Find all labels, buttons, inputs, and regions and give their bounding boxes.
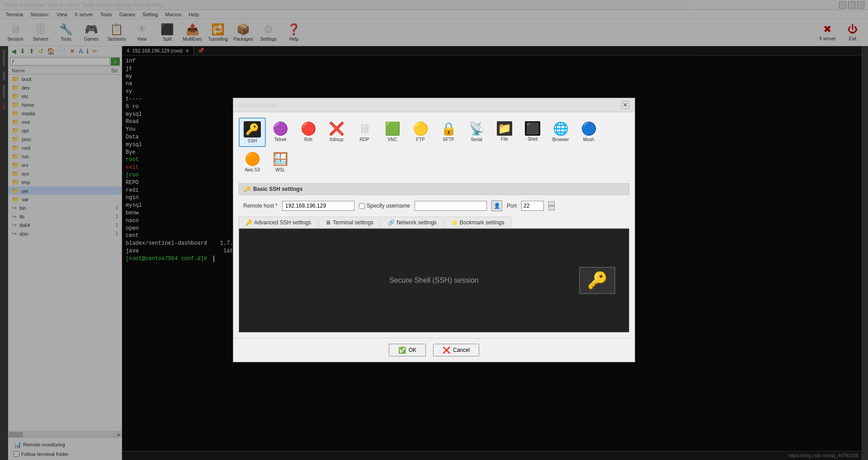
protocol-rdp[interactable]: 🖥 RDP bbox=[351, 118, 378, 147]
username-input[interactable] bbox=[415, 201, 487, 211]
xdmcp-icon: ❌ bbox=[329, 121, 344, 136]
file-label: File bbox=[501, 137, 508, 142]
protocol-wsl[interactable]: 🪟 WSL bbox=[267, 148, 294, 176]
terminal-settings-icon: 🖥 bbox=[326, 219, 331, 226]
file-proto-icon: 📁 bbox=[497, 121, 512, 136]
modal-title: Session settings bbox=[239, 102, 278, 108]
advanced-ssh-label: Advanced SSH settings bbox=[254, 219, 311, 226]
shell-proto-icon: ⬛ bbox=[525, 121, 540, 136]
specify-username-label: Specify username bbox=[367, 203, 410, 209]
remote-host-input[interactable] bbox=[282, 201, 354, 211]
user-avatar-btn[interactable]: 👤 bbox=[491, 200, 502, 211]
protocol-awss3[interactable]: 🟠 Aws S3 bbox=[239, 148, 266, 176]
rdp-icon: 🖥 bbox=[358, 121, 371, 136]
basic-ssh-section: 🔑 Basic SSH settings bbox=[239, 183, 629, 195]
modal-title-bar: Session settings ✕ bbox=[233, 98, 635, 112]
ssh-key-image: 🔑 bbox=[579, 267, 615, 294]
ftp-icon: 🟡 bbox=[413, 121, 429, 136]
bookmark-settings-icon: ⭐ bbox=[451, 219, 458, 226]
protocol-sftp[interactable]: 🔒 SFTP bbox=[435, 118, 462, 147]
modal-overlay: Session settings ✕ 🔑 SSH 🟣 Telnet 🔴 Rsh bbox=[0, 0, 868, 460]
tab-terminal-settings[interactable]: 🖥 Terminal settings bbox=[319, 217, 380, 228]
awss3-icon: 🟠 bbox=[245, 152, 260, 166]
mosh-icon: 🔵 bbox=[581, 121, 597, 136]
cancel-button[interactable]: ❌ Cancel bbox=[433, 344, 479, 356]
serial-label: Serial bbox=[471, 137, 482, 142]
xdmcp-label: Xdmcp bbox=[329, 137, 343, 142]
protocol-xdmcp[interactable]: ❌ Xdmcp bbox=[323, 118, 350, 147]
ssh-label: SSH bbox=[248, 138, 257, 143]
section-title: Basic SSH settings bbox=[253, 186, 302, 192]
ssh-form-row: Remote host * Specify username 👤 Port ▲ … bbox=[239, 200, 629, 211]
ssh-protocol-icon: 🔑 bbox=[244, 121, 261, 138]
ok-button[interactable]: ✅ OK bbox=[389, 344, 426, 356]
protocol-vnc[interactable]: 🟩 VNC bbox=[379, 118, 406, 147]
bookmark-settings-label: Bookmark settings bbox=[460, 219, 505, 226]
protocol-serial[interactable]: 📡 Serial bbox=[463, 118, 490, 147]
sftp-icon: 🔒 bbox=[441, 121, 457, 136]
telnet-icon: 🟣 bbox=[273, 121, 288, 136]
tab-network-settings[interactable]: 🔗 Network settings bbox=[381, 217, 443, 228]
rsh-label: Rsh bbox=[304, 137, 312, 142]
telnet-label: Telnet bbox=[274, 137, 287, 142]
shell-label: Shell bbox=[528, 137, 538, 142]
cancel-icon: ❌ bbox=[443, 346, 450, 354]
protocol-telnet[interactable]: 🟣 Telnet bbox=[267, 118, 294, 147]
port-down-btn[interactable]: ▼ bbox=[548, 206, 555, 210]
wsl-label: WSL bbox=[275, 167, 285, 172]
key-icon: 🔑 bbox=[587, 271, 608, 290]
ssh-preview-text: Secure Shell (SSH) session bbox=[389, 276, 478, 285]
awss3-label: Aws S3 bbox=[245, 167, 260, 172]
protocol-mosh[interactable]: 🔵 Mosh bbox=[575, 118, 602, 147]
port-label: Port bbox=[507, 203, 517, 209]
protocol-ssh[interactable]: 🔑 SSH bbox=[239, 118, 266, 147]
ok-icon: ✅ bbox=[398, 346, 406, 354]
section-ssh-icon: 🔑 bbox=[244, 186, 250, 192]
modal-body: 🔑 SSH 🟣 Telnet 🔴 Rsh ❌ Xdmcp 🖥 RDP bbox=[233, 112, 635, 338]
sub-tabs: 🔑 Advanced SSH settings 🖥 Terminal setti… bbox=[239, 217, 629, 228]
sftp-label: SFTP bbox=[443, 137, 454, 142]
protocol-rsh[interactable]: 🔴 Rsh bbox=[295, 118, 322, 147]
advanced-ssh-icon: 🔑 bbox=[245, 219, 252, 226]
vnc-icon: 🟩 bbox=[385, 121, 401, 136]
terminal-settings-label: Terminal settings bbox=[333, 219, 373, 226]
protocol-file[interactable]: 📁 File bbox=[491, 118, 518, 147]
network-settings-label: Network settings bbox=[396, 219, 437, 226]
port-input[interactable] bbox=[521, 201, 544, 211]
wsl-icon: 🪟 bbox=[273, 152, 288, 166]
protocol-ftp[interactable]: 🟡 FTP bbox=[407, 118, 434, 147]
browser-label: Browser bbox=[552, 137, 569, 142]
specify-username-input[interactable] bbox=[359, 203, 365, 209]
port-up-btn[interactable]: ▲ bbox=[548, 201, 555, 206]
remote-host-label: Remote host * bbox=[243, 203, 278, 209]
tab-advanced-ssh[interactable]: 🔑 Advanced SSH settings bbox=[239, 217, 318, 228]
rsh-icon: 🔴 bbox=[301, 121, 316, 136]
browser-icon: 🌐 bbox=[553, 121, 569, 136]
rdp-label: RDP bbox=[359, 137, 369, 142]
tab-bookmark-settings[interactable]: ⭐ Bookmark settings bbox=[444, 217, 511, 228]
specify-username-checkbox[interactable]: Specify username bbox=[359, 203, 410, 209]
ok-label: OK bbox=[409, 347, 416, 353]
network-settings-icon: 🔗 bbox=[388, 219, 395, 226]
mosh-label: Mosh bbox=[583, 137, 594, 142]
modal-close-btn[interactable]: ✕ bbox=[621, 101, 629, 109]
port-spinner: ▲ ▼ bbox=[548, 201, 555, 210]
cancel-label: Cancel bbox=[453, 347, 470, 353]
ssh-preview-area: Secure Shell (SSH) session 🔑 bbox=[239, 228, 629, 332]
session-settings-modal: Session settings ✕ 🔑 SSH 🟣 Telnet 🔴 Rsh bbox=[233, 98, 635, 362]
ftp-label: FTP bbox=[416, 137, 425, 142]
serial-icon: 📡 bbox=[469, 121, 485, 136]
protocol-row: 🔑 SSH 🟣 Telnet 🔴 Rsh ❌ Xdmcp 🖥 RDP bbox=[239, 118, 629, 176]
protocol-shell[interactable]: ⬛ Shell bbox=[519, 118, 546, 147]
modal-footer: ✅ OK ❌ Cancel bbox=[233, 338, 635, 362]
vnc-label: VNC bbox=[387, 137, 397, 142]
protocol-browser[interactable]: 🌐 Browser bbox=[547, 118, 574, 147]
